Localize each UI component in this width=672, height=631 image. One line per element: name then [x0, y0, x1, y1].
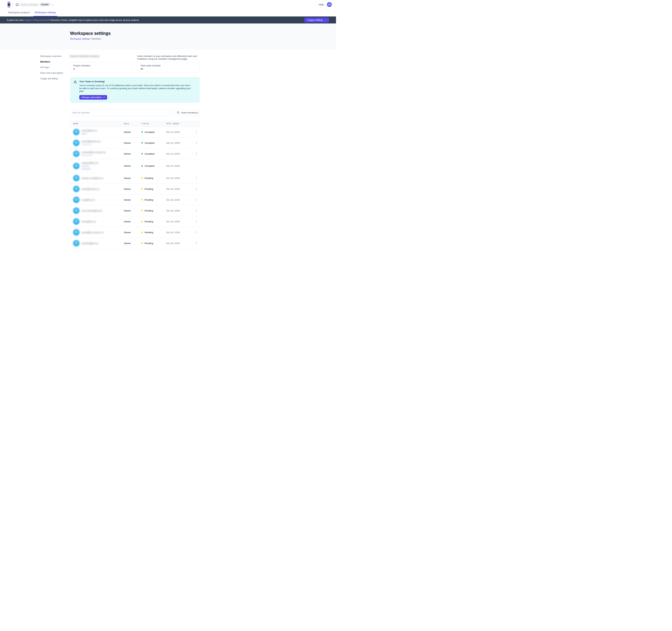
member-subtext-line: xxxx xxxxxx	[81, 154, 105, 157]
member-avatar	[73, 186, 79, 192]
status-label: Pending	[145, 242, 153, 244]
member-avatar	[73, 196, 79, 203]
member-actions-cell: ⋮	[194, 187, 200, 191]
member-email-redacted: xxxxxx@xxxxxx.xx	[81, 140, 100, 143]
invite-members-button[interactable]: Invite member(s)	[175, 110, 200, 116]
sidebar-item-plans-subscription[interactable]: Plans and subscription	[40, 71, 67, 75]
column-header-date-added: DATE ADDED	[166, 122, 194, 125]
row-menu-button[interactable]: ⋮	[194, 241, 199, 246]
table-row: xxxxx@xxx.xxxxxx.xx Owner Pending Oct 14…	[70, 227, 200, 238]
app-logo[interactable]	[7, 1, 11, 8]
sidebar-item-members[interactable]: Members	[40, 60, 67, 63]
row-menu-button[interactable]: ⋮	[194, 141, 199, 145]
member-date-added: Oct 14, 2024	[166, 153, 194, 155]
table-row: xxxxxxx@xxx.xx xxxxxxxxxxxxxxxx Owner Ac…	[70, 159, 200, 173]
member-email-redacted: xxxxxxx@xxx.xxxxxx.xx	[81, 151, 105, 154]
settings-side-nav: Workspace overview Members API keys Plan…	[40, 54, 67, 80]
top-nav: / Xxxxxx Xxxxxxxx Growth Help AB	[0, 0, 336, 9]
member-email-redacted: xxxx.xxxxxx@xxx.xx	[81, 209, 102, 212]
workspace-switcher[interactable]: Xxxxxx Xxxxxxxx Growth	[16, 3, 53, 6]
tab-workspace-settings[interactable]: Workspace settings	[33, 11, 57, 17]
status-label: Pending	[145, 177, 153, 180]
status-dot	[141, 131, 143, 133]
member-status-cell: Pending	[141, 209, 166, 212]
team-growing-alert: Your Team is Growing! You're currently u…	[70, 77, 200, 103]
member-name-cell: xxxxxxx@xxx.xx	[70, 240, 124, 246]
member-email-redacted: xxxxxxx@xxx.xx	[81, 162, 98, 164]
status-dot	[141, 242, 143, 244]
row-menu-button[interactable]: ⋮	[194, 151, 199, 156]
tab-workspace-projects[interactable]: Workspace projects	[7, 11, 31, 17]
member-actions-cell: ⋮	[194, 230, 200, 235]
member-role: Owner	[124, 242, 141, 244]
member-avatar	[73, 218, 79, 225]
member-role: Owner	[124, 177, 141, 180]
person-plus-icon	[177, 111, 179, 114]
help-link[interactable]: Help	[319, 3, 324, 6]
row-menu-button[interactable]: ⋮	[194, 197, 199, 202]
column-header-status: STATUS	[141, 122, 166, 125]
sidebar-item-usage-billing[interactable]: Usage and billing	[40, 77, 67, 80]
members-section-title-redacted: Xxxxxx Xxxxxxxx xxxxxxx	[70, 55, 99, 61]
stat-value: 20	[141, 68, 196, 70]
column-header-name: NAME	[70, 122, 124, 125]
status-dot	[141, 165, 143, 167]
status-label: Pending	[145, 188, 153, 190]
member-status-cell: Accepted	[141, 142, 166, 144]
member-name-cell: xxxxxx@xxxxxx.xx xxxxxx xxx	[70, 140, 124, 146]
member-date-added: Oct 14, 2024	[166, 188, 194, 190]
manage-subscription-button[interactable]: Manage subscription↗	[79, 95, 107, 100]
status-label: Accepted	[145, 153, 154, 155]
filter-row: Invite member(s)	[70, 110, 200, 116]
banner-usage-billing-link[interactable]: Usage & Billing Overview	[24, 19, 50, 21]
banner-text: Explore the new Usage & Billing Overview…	[7, 19, 140, 21]
row-menu-button[interactable]: ⋮	[194, 230, 199, 235]
stat-cards: Project members 3 Total seats included 2…	[70, 62, 200, 73]
row-menu-button[interactable]: ⋮	[194, 219, 199, 224]
member-status-cell: Pending	[141, 188, 166, 190]
usage-billing-button[interactable]: Usage & Billing→	[304, 18, 329, 23]
usage-billing-banner: Explore the new Usage & Billing Overview…	[0, 17, 336, 23]
stat-card-project-members: Project members 3	[70, 62, 133, 73]
breadcrumb-workspace-settings-link[interactable]: Workspace settings	[70, 38, 90, 40]
member-avatar	[73, 150, 79, 157]
table-row: xxxx.xxxxxx@xxx.xx Owner Pending Oct 15,…	[70, 205, 200, 216]
sidebar-item-workspace-overview[interactable]: Workspace overview	[40, 54, 67, 58]
table-header: NAME ROLE STATUS DATE ADDED	[70, 121, 200, 127]
stat-label: Total seats included	[141, 64, 196, 67]
member-date-added: Oct 14, 2024	[166, 165, 194, 167]
member-date-added: Oct 15, 2024	[166, 220, 194, 223]
member-name-cell: xxxxx@xxx.xxxxxx.xx	[70, 229, 124, 235]
status-dot	[141, 221, 143, 222]
alert-title: Your Team is Growing!	[79, 80, 193, 83]
warning-icon	[73, 80, 77, 84]
member-role: Owner	[124, 131, 141, 134]
member-actions-cell: ⋮	[194, 219, 200, 224]
breadcrumb-current: Members	[92, 38, 101, 40]
row-menu-button[interactable]: ⋮	[194, 130, 199, 134]
workspace-name-redacted: Xxxxxx Xxxxxxxx	[20, 3, 38, 6]
status-dot	[141, 232, 143, 233]
status-label: Accepted	[145, 165, 154, 167]
members-table-body: xxxxxx@xxx.xx xxxxx Owner Accepted Oct 1…	[70, 127, 200, 249]
member-email-redacted: xxxxxxx.xxxx@xxx.xx	[81, 177, 103, 180]
row-menu-button[interactable]: ⋮	[194, 208, 199, 213]
member-role: Owner	[124, 142, 141, 144]
member-name-cell: xxxxxxx@xxx.xxxxxx.xx xxxx xxxxxx	[70, 150, 124, 157]
member-date-added: Oct 15, 2024	[166, 242, 194, 244]
member-actions-cell: ⋮	[194, 208, 200, 213]
member-status-cell: Accepted	[141, 165, 166, 167]
row-menu-button[interactable]: ⋮	[194, 176, 199, 180]
member-subtext: xxxxxxxxxxxxxxxx	[81, 165, 98, 170]
member-date-added: Oct 14, 2024	[166, 131, 194, 134]
user-avatar[interactable]: AB	[327, 2, 332, 7]
member-role: Owner	[124, 165, 141, 167]
member-name-cell: xxxx.xxxxxx@xxx.xx	[70, 208, 124, 214]
sidebar-item-api-keys[interactable]: API keys	[40, 66, 67, 69]
row-menu-button[interactable]: ⋮	[194, 187, 199, 191]
filter-input[interactable]	[70, 110, 172, 116]
member-avatar	[73, 208, 79, 214]
member-subtext-line: xxxxxx xxx	[81, 143, 100, 146]
member-email-redacted: xxxxx@xxx.xxxxxx.xx	[81, 231, 103, 234]
table-row: xxxxxx@xxxxxx.xx xxxxxx xxx Owner Accept…	[70, 138, 200, 148]
